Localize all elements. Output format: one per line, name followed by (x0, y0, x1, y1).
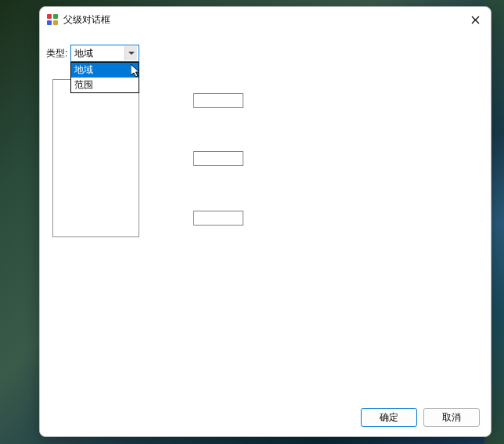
close-button[interactable] (469, 13, 481, 26)
input-field-3[interactable] (193, 211, 243, 226)
svg-rect-3 (53, 20, 58, 25)
svg-rect-0 (47, 14, 52, 19)
chevron-down-icon (128, 52, 135, 55)
type-combobox[interactable]: 地域 地域 范围 (70, 45, 139, 62)
svg-rect-2 (47, 20, 52, 25)
titlebar[interactable]: 父级对话框 (40, 7, 491, 32)
dialog-footer: 确定 取消 (361, 408, 480, 427)
close-icon (471, 16, 480, 24)
ok-button[interactable]: 确定 (361, 408, 417, 427)
dropdown-option-1[interactable]: 范围 (71, 78, 139, 92)
dialog-content: 类型: 地域 地域 范围 (40, 32, 491, 399)
type-field-row: 类型: 地域 地域 范围 (46, 45, 139, 62)
app-icon (46, 13, 59, 26)
items-listbox[interactable] (52, 79, 139, 237)
type-label: 类型: (46, 47, 67, 60)
input-field-1[interactable] (193, 93, 243, 108)
parent-dialog: 父级对话框 类型: 地域 地域 范围 (39, 6, 491, 437)
input-field-2[interactable] (193, 151, 243, 166)
svg-rect-1 (53, 14, 58, 19)
combobox-selected-text: 地域 (73, 47, 124, 60)
dialog-title: 父级对话框 (63, 13, 110, 27)
combobox-dropdown-list: 地域 范围 (70, 62, 139, 93)
cancel-button[interactable]: 取消 (423, 408, 480, 427)
combobox-dropdown-button[interactable] (124, 46, 137, 60)
dropdown-option-0[interactable]: 地域 (71, 63, 139, 78)
